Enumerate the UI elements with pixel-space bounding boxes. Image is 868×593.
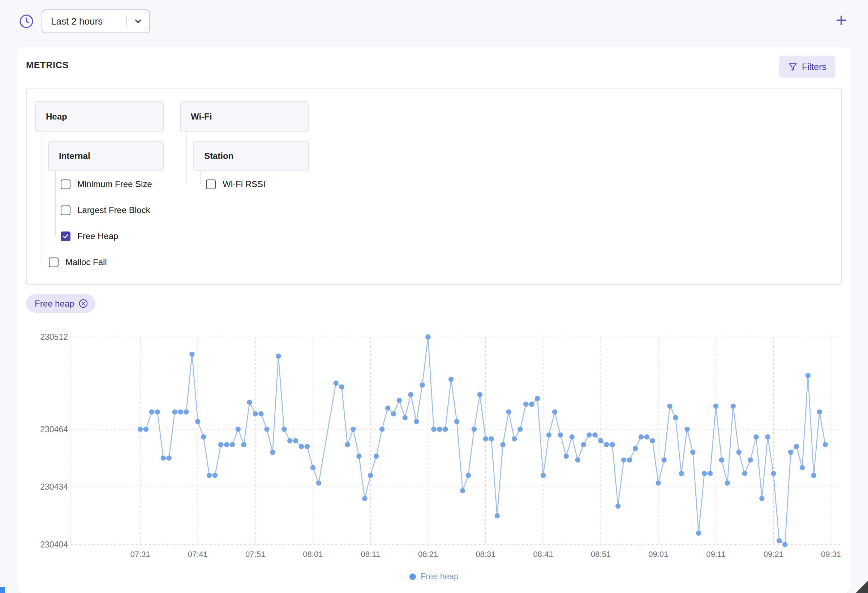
group-station[interactable]: Station xyxy=(193,141,309,171)
row-largest-free-block[interactable]: Largest Free Block xyxy=(61,203,150,218)
svg-text:07:51: 07:51 xyxy=(245,550,265,559)
svg-text:07:31: 07:31 xyxy=(130,550,150,559)
largest-free-block-checkbox[interactable] xyxy=(61,206,71,215)
row-free-heap[interactable]: Free Heap xyxy=(61,229,118,243)
chip-remove-icon[interactable] xyxy=(78,299,88,308)
bottom-left-blue-strip xyxy=(0,587,5,593)
time-range-select[interactable]: Last 2 hours xyxy=(41,9,150,33)
chart-legend[interactable]: Free heap xyxy=(26,572,842,581)
chevron-down-icon[interactable] xyxy=(127,17,149,26)
filters-button-label: Filters xyxy=(802,62,827,72)
malloc-fail-label: Malloc Fail xyxy=(65,257,107,267)
largest-free-block-label: Largest Free Block xyxy=(77,205,150,215)
chip-label: Free heap xyxy=(35,299,74,309)
svg-text:08:21: 08:21 xyxy=(418,550,438,559)
svg-text:09:31: 09:31 xyxy=(821,550,841,559)
tree-connector xyxy=(55,171,56,236)
time-range-value: Last 2 hours xyxy=(42,16,126,27)
row-wifi-rssi[interactable]: Wi-Fi RSSI xyxy=(206,177,266,191)
metrics-title: METRICS xyxy=(26,60,69,71)
svg-text:230404: 230404 xyxy=(40,540,68,549)
svg-text:08:41: 08:41 xyxy=(533,550,553,559)
svg-text:07:41: 07:41 xyxy=(188,550,208,559)
svg-text:09:01: 09:01 xyxy=(648,550,668,559)
svg-text:230434: 230434 xyxy=(40,482,68,491)
minimum-free-size-checkbox[interactable] xyxy=(61,180,71,189)
minimum-free-size-label: Minimum Free Size xyxy=(77,179,152,189)
free-heap-chip[interactable]: Free heap xyxy=(26,294,95,313)
screen-corner xyxy=(856,581,868,593)
malloc-fail-checkbox[interactable] xyxy=(49,258,59,267)
free-heap-chart-svg: 07:3107:4107:5108:0108:1108:2108:3108:41… xyxy=(26,325,842,564)
svg-text:08:31: 08:31 xyxy=(475,550,495,559)
tree-connector xyxy=(186,132,187,184)
svg-text:08:11: 08:11 xyxy=(361,550,380,559)
svg-text:230464: 230464 xyxy=(40,425,68,434)
free-heap-checkbox[interactable] xyxy=(61,231,71,241)
legend-label: Free heap xyxy=(421,572,459,581)
free-heap-chart: 07:3107:4107:5108:0108:1108:2108:3108:41… xyxy=(26,325,842,564)
legend-dot-icon xyxy=(409,574,416,580)
svg-text:09:11: 09:11 xyxy=(706,550,725,559)
group-heap[interactable]: Heap xyxy=(35,101,164,132)
tree-connector xyxy=(200,171,201,184)
wifi-rssi-label: Wi-Fi RSSI xyxy=(223,179,266,189)
tree-connector xyxy=(41,132,42,262)
free-heap-label: Free Heap xyxy=(77,231,118,241)
svg-text:08:51: 08:51 xyxy=(591,550,611,559)
svg-text:08:01: 08:01 xyxy=(303,550,323,559)
svg-text:230512: 230512 xyxy=(40,332,68,341)
time-range-clock-icon xyxy=(17,12,36,31)
svg-text:09:21: 09:21 xyxy=(763,550,784,559)
row-minimum-free-size[interactable]: Minimum Free Size xyxy=(61,177,152,191)
group-wifi[interactable]: Wi-Fi xyxy=(180,101,309,132)
dashboard-page: Last 2 hours + METRICS Filters Heap Wi-F… xyxy=(0,0,868,593)
group-internal[interactable]: Internal xyxy=(48,141,164,171)
filters-button[interactable]: Filters xyxy=(779,56,836,78)
filter-funnel-icon xyxy=(788,62,797,72)
row-malloc-fail[interactable]: Malloc Fail xyxy=(49,255,107,269)
wifi-rssi-checkbox[interactable] xyxy=(206,180,216,189)
add-button[interactable]: + xyxy=(830,9,852,31)
